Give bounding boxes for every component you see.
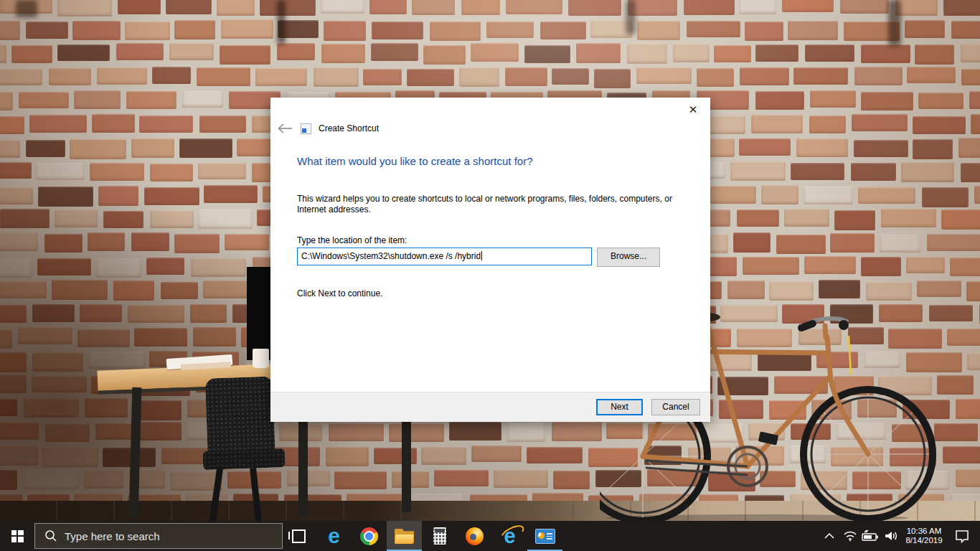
windows-logo-icon [11,530,24,542]
action-center-icon[interactable] [947,521,977,551]
cancel-button[interactable]: Cancel [651,399,700,415]
taskbar-app-create-shortcut-wizard[interactable] [527,521,562,551]
taskbar-app-edge[interactable]: e [316,521,352,551]
chrome-icon [360,527,378,545]
dialog-footer: Next Cancel [270,392,710,422]
dialog-heading: What item would you like to create a sho… [297,155,532,167]
dialog-title: Create Shortcut [319,123,379,133]
location-input[interactable]: C:\Windows\System32\shutdown.exe /s /hyb… [297,248,592,265]
text-caret [481,251,482,260]
location-input-label: Type the location of the item: [297,235,407,245]
close-icon[interactable]: ✕ [684,102,702,118]
dialog-description: This wizard helps you to create shortcut… [297,194,679,215]
create-shortcut-dialog: ✕ Create Shortcut What item would you li… [270,98,710,421]
start-button[interactable] [0,521,34,551]
back-arrow-icon [277,123,293,133]
search-placeholder: Type here to search [65,530,160,542]
calculator-icon [433,527,446,545]
dark-brick-patch [888,0,901,46]
taskbar-app-internet-explorer[interactable]: e [492,521,527,551]
next-hint-text: Click Next to continue. [297,288,382,298]
taskbar-app-firefox[interactable] [457,521,492,551]
taskbar-app-chrome[interactable] [352,521,387,551]
tray-time: 10:36 AM [901,527,947,536]
dark-brick-patch [277,0,286,44]
chevron-up-icon[interactable] [819,521,840,551]
task-view-icon [292,529,306,543]
edge-icon: e [328,527,340,545]
wifi-icon[interactable] [840,521,859,551]
firefox-icon [466,527,484,545]
tray-clock[interactable]: 10:36 AM 8/14/2019 [901,527,947,545]
speaker-icon[interactable] [881,521,901,551]
taskbar-app-task-view[interactable] [281,521,316,551]
taskbar-app-calculator[interactable] [422,521,457,551]
back-button[interactable] [276,122,293,135]
monitor [247,267,271,360]
file-explorer-icon [395,529,414,544]
dark-brick-patch [626,0,636,34]
cup [253,349,269,368]
wizard-window-icon [535,529,555,544]
browse-button[interactable]: Browse... [597,248,660,267]
search-icon [44,529,57,542]
chair [203,448,286,470]
desktop: ✕ Create Shortcut What item would you li… [0,0,980,551]
search-input[interactable]: Type here to search [34,523,283,549]
next-button[interactable]: Next [596,399,643,415]
dark-brick-patch [16,0,37,17]
taskbar: Type here to search ee [0,521,980,551]
shortcut-wizard-icon [301,123,311,134]
internet-explorer-icon: e [504,527,515,545]
tray-date: 8/14/2019 [901,536,947,545]
taskbar-apps: ee [281,521,562,551]
taskbar-app-file-explorer[interactable] [387,521,422,551]
location-input-value: C:\Windows\System32\shutdown.exe /s /hyb… [301,251,481,261]
system-tray: 10:36 AM 8/14/2019 [819,521,977,551]
battery-icon[interactable] [859,521,881,551]
